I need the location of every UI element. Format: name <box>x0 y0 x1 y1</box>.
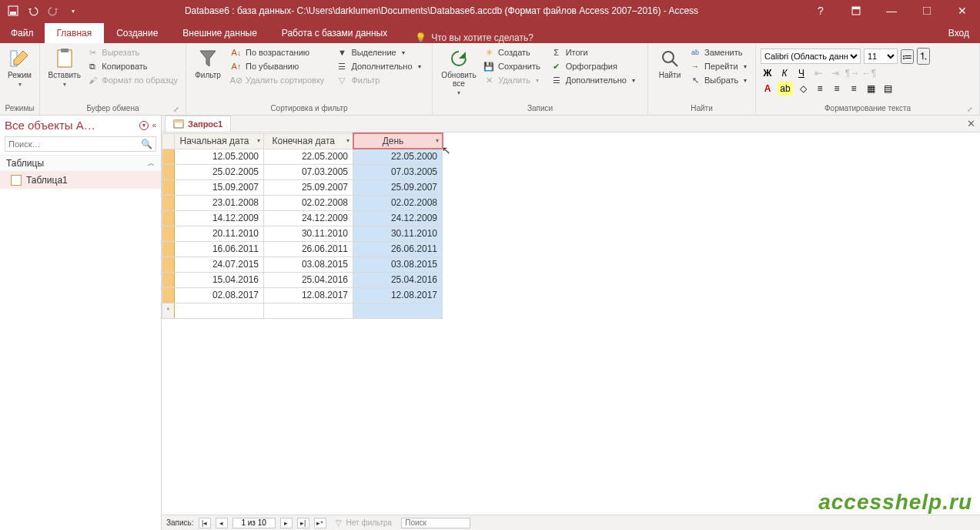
redo-icon[interactable] <box>46 4 60 18</box>
grid-cell[interactable]: 12.05.2000 <box>175 149 264 164</box>
tab-create[interactable]: Создание <box>104 23 170 43</box>
rtl-button[interactable]: ←¶ <box>862 66 876 80</box>
indent-inc-button[interactable]: ⇥ <box>828 66 842 80</box>
grid-cell[interactable]: 25.04.2016 <box>353 272 443 287</box>
alt-row-button[interactable]: ▤ <box>881 82 895 96</box>
grid-cell[interactable]: 07.03.2005 <box>353 164 443 179</box>
grid-cell[interactable]: 25.02.2005 <box>175 164 264 179</box>
tab-file[interactable]: Файл <box>0 23 45 43</box>
grid-cell[interactable]: 25.09.2007 <box>353 179 443 195</box>
indent-dec-button[interactable]: ⇤ <box>811 66 825 80</box>
grid-cell[interactable]: 12.08.2017 <box>264 287 353 303</box>
row-selector[interactable] <box>162 179 175 195</box>
row-selector[interactable] <box>162 164 175 179</box>
grid-cell[interactable] <box>264 303 353 318</box>
new-record-nav-button[interactable]: ▸* <box>314 518 326 528</box>
grid-cell[interactable]: 23.01.2008 <box>175 195 264 210</box>
row-selector[interactable] <box>162 287 175 303</box>
row-selector[interactable] <box>162 149 175 164</box>
grid-cell[interactable]: 03.08.2015 <box>353 257 443 272</box>
grid-cell[interactable]: 26.06.2011 <box>264 241 353 257</box>
new-record-button[interactable]: ✳Создать <box>480 46 544 59</box>
fill-color-button[interactable]: ◇ <box>796 82 810 96</box>
grid-cell[interactable]: 24.12.2009 <box>264 210 353 226</box>
column-header[interactable]: День▾ <box>353 133 443 149</box>
last-record-button[interactable]: ▸| <box>297 518 309 528</box>
italic-button[interactable]: К <box>778 66 791 80</box>
row-selector[interactable] <box>162 195 175 210</box>
copy-button[interactable]: ⧉Копировать <box>84 60 181 72</box>
column-header[interactable]: Конечная дата▾ <box>264 133 353 149</box>
grid-cell[interactable]: 07.03.2005 <box>264 164 353 179</box>
goto-button[interactable]: →Перейти▾ <box>687 60 750 72</box>
save-record-button[interactable]: 💾Сохранить <box>480 60 544 72</box>
nav-category-tables[interactable]: Таблицы ︿ <box>0 155 161 172</box>
numbering-button[interactable]: ⒈ <box>917 48 930 65</box>
column-dropdown-icon[interactable]: ▾ <box>257 137 260 144</box>
grid-cell[interactable]: 15.09.2007 <box>175 179 264 195</box>
next-record-button[interactable]: ▸ <box>280 518 293 528</box>
nav-title[interactable]: Все объекты A… <box>5 119 95 132</box>
column-header[interactable]: Начальная дата▾ <box>175 133 264 149</box>
sort-desc-button[interactable]: A↑По убыванию <box>228 60 327 72</box>
nav-search[interactable]: 🔍 <box>5 136 156 152</box>
column-dropdown-icon[interactable]: ▾ <box>346 137 350 144</box>
tab-external[interactable]: Внешние данные <box>170 23 269 43</box>
record-search-input[interactable] <box>401 518 470 528</box>
row-selector[interactable] <box>162 241 175 257</box>
clear-sort-button[interactable]: A⊘Удалить сортировку <box>228 74 327 86</box>
first-record-button[interactable]: |◂ <box>199 518 211 528</box>
underline-button[interactable]: Ч <box>794 66 808 80</box>
cut-button[interactable]: ✂Вырезать <box>84 46 181 59</box>
grid-cell[interactable] <box>353 303 443 318</box>
row-selector[interactable] <box>162 210 175 226</box>
grid-cell[interactable]: 22.05.2000 <box>264 149 353 164</box>
row-selector[interactable] <box>162 257 175 272</box>
grid-cell[interactable]: 24.07.2015 <box>175 257 264 272</box>
gridlines-button[interactable]: ▦ <box>864 82 878 96</box>
sort-asc-button[interactable]: A↓По возрастанию <box>228 46 327 59</box>
clipboard-dialog-icon[interactable]: ⤢ <box>173 106 179 113</box>
column-dropdown-icon[interactable]: ▾ <box>436 137 439 144</box>
signin-button[interactable]: Вход <box>938 23 980 43</box>
tab-dbtools[interactable]: Работа с базами данных <box>269 23 400 43</box>
grid-cell[interactable]: 26.06.2011 <box>353 241 443 257</box>
selection-filter-button[interactable]: ▼Выделение▾ <box>333 46 423 59</box>
help-button[interactable]: ? <box>803 0 838 22</box>
align-left-button[interactable]: ≡ <box>813 82 827 96</box>
advanced-filter-button[interactable]: ☰Дополнительно▾ <box>333 60 423 72</box>
grid-cell[interactable]: 16.06.2011 <box>175 241 264 257</box>
view-button[interactable]: Режим ▾ <box>5 45 35 88</box>
close-button[interactable]: ✕ <box>945 0 980 22</box>
qat-customize-icon[interactable]: ▾ <box>66 4 80 18</box>
grid-cell[interactable]: 02.08.2017 <box>175 287 264 303</box>
save-icon[interactable] <box>6 4 20 18</box>
align-center-button[interactable]: ≡ <box>830 82 844 96</box>
minimize-button[interactable]: — <box>874 0 909 22</box>
tell-me-search[interactable]: 💡 Что вы хотите сделать? <box>415 32 533 43</box>
nav-collapse-icon[interactable]: « <box>152 121 156 129</box>
grid-cell[interactable]: 24.12.2009 <box>353 210 443 226</box>
grid-cell[interactable]: 15.04.2016 <box>175 272 264 287</box>
tab-home[interactable]: Главная <box>45 23 105 43</box>
more-records-button[interactable]: ☰Дополнительно▾ <box>548 74 638 86</box>
grid-cell[interactable]: 30.11.2010 <box>264 226 353 241</box>
grid-cell[interactable]: 20.11.2010 <box>175 226 264 241</box>
align-right-button[interactable]: ≡ <box>847 82 861 96</box>
row-selector[interactable] <box>162 226 175 241</box>
document-tab-query1[interactable]: Запрос1 <box>165 116 231 132</box>
bullets-button[interactable]: ≔ <box>901 49 914 64</box>
close-document-button[interactable]: ✕ <box>967 118 975 129</box>
ltr-button[interactable]: ¶→ <box>845 66 859 80</box>
grid-cell[interactable]: 25.09.2007 <box>264 179 353 195</box>
highlight-button[interactable]: ab <box>778 82 793 96</box>
row-selector[interactable] <box>162 272 175 287</box>
new-row-selector[interactable]: * <box>162 303 175 318</box>
grid-cell[interactable]: 12.08.2017 <box>353 287 443 303</box>
grid-cell[interactable] <box>175 303 264 318</box>
record-position-input[interactable] <box>232 518 276 528</box>
filter-button[interactable]: Фильтр <box>191 45 225 79</box>
grid-cell[interactable]: 14.12.2009 <box>175 210 264 226</box>
grid-cell[interactable]: 03.08.2015 <box>264 257 353 272</box>
grid-cell[interactable]: 25.04.2016 <box>264 272 353 287</box>
